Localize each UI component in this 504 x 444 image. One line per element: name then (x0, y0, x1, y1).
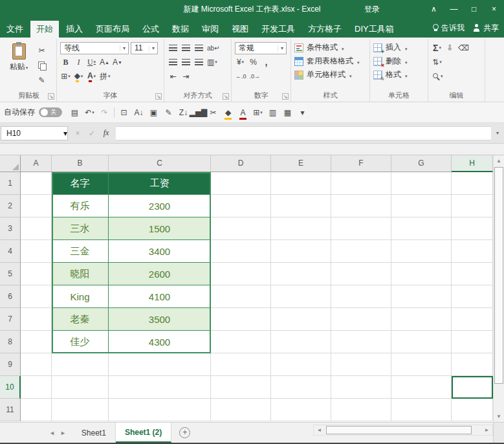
select-all-button[interactable] (0, 155, 21, 172)
cell-B9[interactable] (52, 353, 109, 376)
row-header-8[interactable]: 8 (0, 331, 21, 353)
freeze-panes-icon[interactable]: ▦ (280, 105, 295, 120)
row-header-10[interactable]: 10 (0, 376, 21, 399)
scroll-down-button[interactable]: ▼ (494, 411, 504, 422)
cell-C1[interactable]: 工资 (109, 172, 211, 195)
alignment-dialog-launcher[interactable] (223, 93, 229, 100)
cell-B5[interactable]: 晓阳 (52, 263, 109, 285)
cell-E5[interactable] (271, 263, 331, 285)
cell-F5[interactable] (331, 263, 391, 285)
cell-B8[interactable]: 佳少 (52, 331, 109, 353)
signin-button[interactable]: 登录 (364, 0, 380, 18)
cell-G2[interactable] (391, 195, 452, 217)
cell-A9[interactable] (21, 353, 52, 376)
borders-button[interactable]: ⊞ (60, 71, 71, 83)
vertical-scroll-thumb[interactable] (494, 167, 503, 384)
autosum-button[interactable]: Σ (432, 42, 443, 54)
cell-C2[interactable]: 2300 (109, 195, 211, 217)
font-name-combo[interactable]: 等线 (60, 42, 129, 54)
tellme-button[interactable]: 告诉我 (432, 23, 465, 34)
cell-E11[interactable] (271, 399, 331, 421)
cell-A6[interactable] (21, 285, 52, 308)
merge-center-button[interactable]: ▥ (206, 56, 218, 69)
font-color-button[interactable]: A (86, 71, 97, 83)
decrease-font-button[interactable]: A▼ (112, 56, 123, 69)
column-header-A[interactable]: A (21, 155, 52, 172)
fill-button[interactable]: ⇩ (444, 42, 455, 54)
cell-B4[interactable]: 三金 (52, 240, 109, 263)
cell-B2[interactable]: 有乐 (52, 195, 109, 217)
delete-button[interactable]: ×删除 (373, 54, 424, 68)
redo-icon[interactable]: ↷ (97, 105, 112, 120)
tab-review[interactable]: 审阅 (196, 21, 225, 38)
row-header-4[interactable]: 4 (0, 240, 21, 263)
sheet-nav-left-button[interactable]: ◄ (49, 430, 55, 436)
increase-font-button[interactable]: A▲ (99, 56, 110, 69)
cell-D3[interactable] (211, 217, 271, 240)
cell-C8[interactable]: 4300 (109, 331, 211, 353)
wrap-text-button[interactable]: ab↵ (206, 42, 221, 54)
column-header-E[interactable]: E (271, 155, 331, 172)
align-center-button[interactable] (181, 56, 192, 69)
merge-cells-icon[interactable]: ▥ (265, 105, 280, 120)
cell-A4[interactable] (21, 240, 52, 263)
cancel-button[interactable]: × (71, 126, 85, 140)
align-bottom-button[interactable] (193, 42, 204, 54)
cell-C4[interactable]: 3400 (109, 240, 211, 263)
cell-H7[interactable] (452, 308, 493, 331)
cell-B1[interactable]: 名字 (52, 172, 109, 195)
column-header-F[interactable]: F (331, 155, 391, 172)
minimize-button[interactable]: — (444, 0, 464, 18)
row-header-7[interactable]: 7 (0, 308, 21, 331)
insert-function-button[interactable]: fx (99, 126, 113, 140)
cell-G9[interactable] (391, 353, 452, 376)
cell-D1[interactable] (211, 172, 271, 195)
format-painter-button[interactable]: ✎ (36, 74, 47, 86)
cell-B7[interactable]: 老秦 (52, 308, 109, 331)
decrease-decimal-button[interactable]: .0→ (249, 71, 261, 83)
cell-D11[interactable] (211, 399, 271, 421)
cell-D2[interactable] (211, 195, 271, 217)
cell-D9[interactable] (211, 353, 271, 376)
increase-indent-button[interactable]: ⇥ (181, 71, 192, 83)
cell-E6[interactable] (271, 285, 331, 308)
cell-F11[interactable] (331, 399, 391, 421)
tab-page-layout[interactable]: 页面布局 (90, 21, 135, 38)
cell-E9[interactable] (271, 353, 331, 376)
cell-F9[interactable] (331, 353, 391, 376)
cell-H8[interactable] (452, 331, 493, 353)
row-header-1[interactable]: 1 (0, 172, 21, 195)
cell-F10[interactable] (331, 376, 391, 399)
currency-button[interactable]: ¥ (235, 56, 246, 69)
cut-button[interactable]: ✂ (36, 44, 47, 56)
tab-file[interactable]: 文件 (1, 21, 29, 38)
format-as-table-button[interactable]: 套用表格格式 (294, 54, 366, 68)
tab-home[interactable]: 开始 (30, 21, 59, 38)
cell-G10[interactable] (391, 376, 452, 399)
cell-G1[interactable] (391, 172, 452, 195)
cell-G6[interactable] (391, 285, 452, 308)
cell-H10[interactable] (452, 376, 493, 399)
cell-A8[interactable] (21, 331, 52, 353)
align-middle-button[interactable] (181, 42, 192, 54)
cell-E4[interactable] (271, 240, 331, 263)
tab-fangfanggezi[interactable]: 方方格子 (302, 21, 347, 38)
add-sheet-button[interactable]: + (179, 427, 190, 438)
cell-H6[interactable] (452, 285, 493, 308)
cell-D5[interactable] (211, 263, 271, 285)
cell-C9[interactable] (109, 353, 211, 376)
copy-button[interactable] (36, 59, 47, 71)
cell-E3[interactable] (271, 217, 331, 240)
cell-H4[interactable] (452, 240, 493, 263)
cell-A1[interactable] (21, 172, 52, 195)
qat-more-icon[interactable]: ▾ (295, 105, 310, 120)
tab-data[interactable]: 数据 (166, 21, 195, 38)
cell-A7[interactable] (21, 308, 52, 331)
cell-B6[interactable]: King (52, 285, 109, 308)
italic-button[interactable]: I (73, 56, 84, 69)
cell-A10[interactable] (21, 376, 52, 399)
enter-button[interactable]: ✓ (85, 126, 99, 140)
tab-diy-toolbox[interactable]: DIY工具箱 (349, 21, 400, 38)
increase-decimal-button[interactable]: ←.0 (235, 71, 247, 83)
scissors-icon[interactable]: ✂ (206, 105, 221, 120)
